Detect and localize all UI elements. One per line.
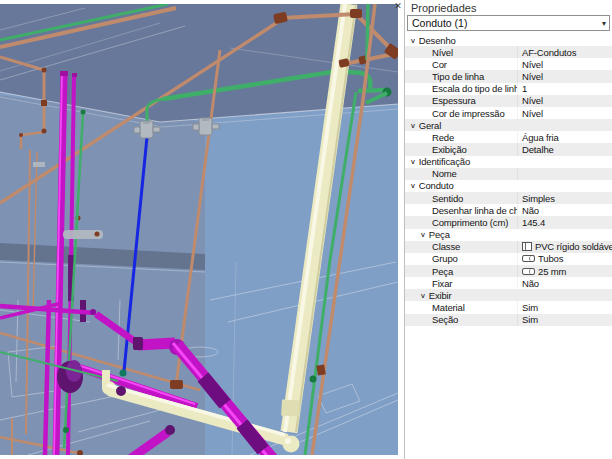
class-icon (522, 242, 532, 251)
group-label: Conduto (419, 180, 454, 191)
property-name: Cor de impressão (405, 107, 518, 119)
property-value-text: Água fria (522, 132, 559, 143)
group-row-exibir[interactable]: ∨Exibir (405, 289, 612, 301)
property-value-text: Nível (522, 71, 543, 82)
group-row-geral[interactable]: ∨Geral (405, 119, 612, 131)
property-name: Sentido (405, 192, 518, 204)
property-row-sentido[interactable]: SentidoSimples (405, 192, 612, 204)
panel-close-button[interactable]: ✕ (392, 0, 404, 12)
property-value-text: AF-Condutos (522, 47, 576, 58)
property-value: Nível (518, 107, 612, 119)
property-row-exibicao[interactable]: ExibiçãoDetalhe (405, 143, 612, 155)
group-row-identificacao[interactable]: ∨Identificação (405, 156, 612, 168)
collapse-chevron-icon[interactable]: ∨ (410, 36, 416, 44)
property-row-cor[interactable]: CorNível (405, 58, 612, 70)
pipe-icon (522, 255, 535, 262)
property-value: AF-Condutos (518, 46, 612, 58)
property-name: Exibição (405, 143, 518, 155)
property-value: PVC rígido soldável (518, 241, 612, 253)
group-row-peca[interactable]: ∨Peça (405, 229, 612, 241)
property-row-material[interactable]: MaterialSim (405, 301, 612, 313)
property-value-text: Nível (522, 95, 543, 106)
property-name: Espessura (405, 95, 518, 107)
element-selector-value: Conduto (1) (412, 17, 467, 29)
collapse-chevron-icon[interactable]: ∨ (420, 231, 426, 239)
property-value: Nível (518, 95, 612, 107)
property-name: Fixar (405, 277, 518, 289)
property-value: Não (518, 204, 612, 216)
group-label: Peça (429, 229, 450, 240)
property-row-secao[interactable]: SeçãoSim (405, 314, 612, 326)
property-value-text: Sim (522, 314, 538, 325)
collapse-chevron-icon[interactable]: ∨ (420, 292, 426, 300)
property-value-text: PVC rígido soldável (535, 241, 612, 252)
property-row-comprimento-cm[interactable]: Comprimento (cm)145.4 (405, 216, 612, 228)
group-row-conduto[interactable]: ∨Conduto (405, 180, 612, 192)
chevron-down-icon: ▾ (602, 20, 606, 28)
property-value: Não (518, 277, 612, 289)
property-value-text: Simples (522, 193, 555, 204)
collapse-chevron-icon[interactable]: ∨ (410, 158, 416, 166)
property-row-cor-de-impressao[interactable]: Cor de impressãoNível (405, 107, 612, 119)
group-label: Geral (419, 120, 441, 131)
pipe-icon (522, 268, 535, 275)
properties-panel: Propriedades Conduto (1) ▾ ∨DesenhoNível… (404, 0, 612, 459)
property-value: Simples (518, 192, 612, 204)
collapse-chevron-icon[interactable]: ∨ (410, 121, 416, 129)
property-name: Nome (405, 168, 518, 180)
property-name: Escala do tipo de linha (405, 83, 518, 95)
property-value-text: Não (522, 205, 539, 216)
group-label: Desenho (419, 35, 456, 46)
property-value-text: Não (522, 278, 539, 289)
scene-svg (0, 4, 398, 455)
property-value: 25 mm (518, 265, 612, 277)
property-row-escala-do-tipo-de-linha[interactable]: Escala do tipo de linha1 (405, 83, 612, 95)
property-name: Nível (405, 46, 518, 58)
property-row-tipo-de-linha[interactable]: Tipo de linhaNível (405, 70, 612, 82)
property-value (518, 168, 612, 180)
property-row-nome[interactable]: Nome (405, 168, 612, 180)
property-row-desenhar-linha-de-cham[interactable]: Desenhar linha de cham...Não (405, 204, 612, 216)
group-label: Exibir (429, 290, 452, 301)
group-row-desenho[interactable]: ∨Desenho (405, 34, 612, 46)
panel-title: Propriedades (411, 2, 476, 14)
property-value: Detalhe (518, 143, 612, 155)
property-name: Cor (405, 58, 518, 70)
property-value-text: Tubos (538, 253, 563, 264)
property-value-text: 1 (522, 83, 527, 94)
3d-viewport[interactable] (0, 4, 398, 455)
property-row-grupo[interactable]: GrupoTubos (405, 253, 612, 265)
property-name: Material (405, 301, 518, 313)
property-row-rede[interactable]: RedeÁgua fria (405, 131, 612, 143)
property-value-text: Sim (522, 302, 538, 313)
property-value-text: Detalhe (522, 144, 554, 155)
group-label: Identificação (419, 156, 470, 167)
property-value-text: 25 mm (538, 266, 566, 277)
property-name: Grupo (405, 253, 518, 265)
property-name: Classe (405, 241, 518, 253)
property-value-text: Nível (522, 59, 543, 70)
property-row-fixar[interactable]: FixarNão (405, 277, 612, 289)
property-name: Tipo de linha (405, 70, 518, 82)
property-value: Tubos (518, 253, 612, 265)
collapse-chevron-icon[interactable]: ∨ (410, 182, 416, 190)
property-grid: ∨DesenhoNívelAF-CondutosCorNívelTipo de … (405, 34, 612, 326)
property-value: Nível (518, 70, 612, 82)
property-name: Rede (405, 131, 518, 143)
property-value: 145.4 (518, 216, 612, 228)
property-name: Seção (405, 314, 518, 326)
property-value-text: Nível (522, 108, 543, 119)
property-value: Água fria (518, 131, 612, 143)
property-name: Desenhar linha de cham... (405, 204, 518, 216)
property-value: Nível (518, 58, 612, 70)
property-row-nivel[interactable]: NívelAF-Condutos (405, 46, 612, 58)
property-value: 1 (518, 83, 612, 95)
property-value-text: 145.4 (522, 217, 545, 228)
property-value: Sim (518, 314, 612, 326)
property-name: Comprimento (cm) (405, 216, 518, 228)
property-row-classe[interactable]: ClassePVC rígido soldável (405, 241, 612, 253)
element-selector[interactable]: Conduto (1) ▾ (407, 15, 610, 31)
property-value: Sim (518, 301, 612, 313)
property-row-peca[interactable]: Peça25 mm (405, 265, 612, 277)
property-row-espessura[interactable]: EspessuraNível (405, 95, 612, 107)
